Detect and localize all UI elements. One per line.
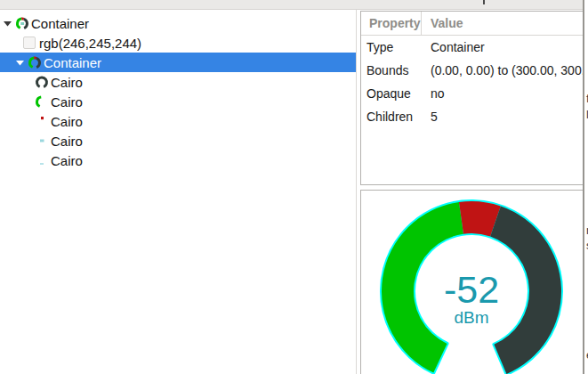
tree-row-label: Cairo — [51, 94, 83, 110]
tree-row-container-selected[interactable]: Container — [0, 53, 356, 72]
green-arc-icon — [35, 94, 49, 109]
property-value: (0.00, 0.00) to (300.00, 300.00) — [422, 63, 583, 77]
tree-row-cairo[interactable]: Cairo — [0, 92, 356, 111]
expander-down-icon[interactable] — [4, 20, 15, 27]
teal-text-icon — [35, 134, 49, 148]
dark-arc-icon — [35, 75, 49, 89]
teal-dash-icon — [35, 153, 49, 167]
column-header-label: Value — [431, 16, 463, 30]
tree-row-label: Container — [31, 16, 89, 31]
occluded-text-fragment — [483, 0, 485, 4]
red-dot-icon — [35, 114, 49, 128]
gauge-value: -52 — [444, 268, 499, 311]
property-table-header: Property Value — [361, 12, 583, 36]
property-name: Opaque — [361, 86, 422, 101]
property-row[interactable]: Opaque no — [361, 82, 583, 105]
column-header-property[interactable]: Property — [361, 12, 422, 35]
gauge-preview-panel: -52 dBm — [360, 190, 584, 374]
widget-tree-panel: Container rgb(246,245,244) Container Cai… — [0, 10, 357, 374]
tree-row-label: Cairo — [51, 75, 83, 90]
tree-row-cairo[interactable]: Cairo — [0, 150, 356, 170]
gauge-unit: dBm — [454, 308, 488, 327]
property-row[interactable]: Bounds (0.00, 0.00) to (300.00, 300.00) — [361, 59, 583, 82]
tree-row-cairo[interactable]: Cairo — [0, 72, 356, 92]
gauge-thumbnail-icon — [15, 16, 29, 30]
tree-row-label: Cairo — [51, 134, 83, 149]
tree-row-label: Cairo — [51, 153, 83, 168]
gauge-widget: -52 dBm — [361, 191, 584, 374]
tree-row-label: rgb(246,245,244) — [39, 36, 141, 51]
property-name: Type — [361, 40, 422, 54]
tree-row-cairo[interactable]: Cairo — [0, 131, 356, 150]
tree-row-container-root[interactable]: Container — [0, 13, 356, 33]
column-header-label: Property — [369, 16, 421, 30]
property-row[interactable]: Type Container — [361, 36, 583, 59]
color-swatch — [23, 37, 36, 49]
property-name: Children — [361, 110, 422, 124]
gauge-dark-segment — [490, 207, 561, 374]
window-border-edge: fo ll n se er — [583, 0, 588, 374]
expander-down-icon[interactable] — [16, 60, 28, 66]
tree-row-label: Cairo — [51, 114, 83, 129]
widget-tree: Container rgb(246,245,244) Container Cai… — [0, 13, 356, 170]
property-value: no — [422, 86, 583, 101]
column-header-value[interactable]: Value — [422, 16, 463, 30]
property-value: 5 — [422, 110, 583, 124]
tree-row-label: Container — [44, 55, 101, 70]
property-table: Property Value Type Container Bounds (0.… — [360, 11, 583, 185]
gauge-ring-icon — [28, 55, 42, 69]
property-value: Container — [422, 40, 583, 54]
tree-row-cairo[interactable]: Cairo — [0, 111, 356, 131]
property-row[interactable]: Children 5 — [361, 105, 583, 128]
titlebar-edge — [0, 0, 583, 10]
tree-row-color[interactable]: rgb(246,245,244) — [0, 33, 356, 53]
property-name: Bounds — [361, 63, 422, 77]
